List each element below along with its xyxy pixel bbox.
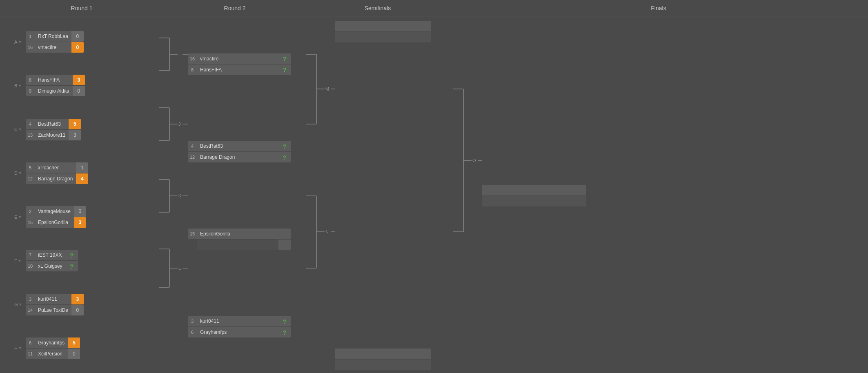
group-O: [482, 184, 868, 207]
group-label-B: B ▼: [14, 83, 26, 88]
player-name: iEST 19XX: [35, 250, 66, 260]
score: 4: [76, 173, 88, 184]
seed: 12: [188, 152, 197, 162]
player-row: 8 HansFIFA 3: [26, 75, 85, 85]
finals-column: [482, 19, 868, 371]
player-name: EpsilonGorilla: [197, 229, 278, 239]
player-name: EpsilonGorilla: [35, 217, 74, 228]
score: ?: [66, 250, 78, 260]
player-name: HansFIFA: [197, 64, 278, 75]
svg-text:J: J: [178, 122, 181, 127]
group-N: [335, 348, 453, 371]
connector-r2-semi: M N: [306, 19, 335, 371]
group-M: [335, 20, 453, 43]
seed: 10: [26, 261, 35, 271]
group-L: 3 kurt0411 ? 6 Grayhamfps ?: [188, 315, 306, 338]
player-row: [482, 185, 586, 195]
group-J-matches: 4 BestRat63 ? 12 Barrage Dragon ?: [188, 140, 291, 163]
player-name: [341, 21, 431, 31]
group-A: A ▼ 1 RxT RobbLaa 0 16 vmactire 0: [14, 31, 159, 53]
score: [278, 229, 291, 239]
connector-svg-2: M N: [306, 19, 335, 370]
player-row: 12 Barrage Dragon 4: [26, 173, 88, 184]
seed: 6: [26, 337, 35, 348]
seed: 16: [26, 42, 35, 53]
player-name: VantageMouse: [35, 206, 74, 217]
group-label-A: A ▼: [14, 40, 26, 44]
score: 0: [71, 42, 84, 53]
player-name: kurt0411: [197, 316, 278, 326]
header-row: Round 1 Round 2 Semifinals Finals: [0, 0, 868, 16]
group-J: 4 BestRat63 ? 12 Barrage Dragon ?: [188, 140, 306, 163]
player-name: RxT RobbLaa: [35, 31, 71, 42]
group-K-matches: 15 EpsilonGorilla: [188, 228, 291, 251]
player-name: [341, 32, 431, 42]
group-label-F: F ▼: [14, 258, 26, 263]
header-semis: Semifinals: [306, 5, 449, 11]
seed: 9: [26, 86, 35, 96]
player-row: 16 vmactire 0: [26, 42, 84, 53]
group-E: E ▼ 2 VantageMouse 0 15 EpsilonGorilla 3: [14, 206, 159, 228]
player-row: 4 BestRat63 5: [26, 119, 81, 129]
score: 1: [76, 162, 88, 173]
score: 0: [71, 31, 84, 42]
group-D: D ▼ 5 xPoacher 1 12 Barrage Dragon 4: [14, 162, 159, 184]
group-H: H ▼ 6 Grayhamfps 5 11 XcilPersion 0: [14, 337, 159, 360]
player-name: XcilPersion: [35, 349, 68, 359]
score: 3: [69, 130, 81, 140]
player-row: 11 XcilPersion 0: [26, 349, 80, 359]
score: 3: [73, 75, 85, 85]
player-row: 3 kurt0411 3: [26, 294, 84, 304]
svg-text:I: I: [178, 52, 180, 57]
seed: 5: [26, 162, 35, 173]
score: 0: [73, 86, 85, 96]
group-L-matches: 3 kurt0411 ? 6 Grayhamfps ?: [188, 315, 291, 338]
header-round1: Round 1: [0, 5, 163, 11]
group-F-matches: 7 iEST 19XX ? 10 xL Guigsey ?: [26, 249, 78, 272]
header-round2: Round 2: [163, 5, 306, 11]
seed: 13: [26, 130, 35, 140]
player-name: Grayhamfps: [35, 337, 68, 348]
player-name: kurt0411: [35, 294, 71, 304]
round1-column: A ▼ 1 RxT RobbLaa 0 16 vmactire 0: [0, 19, 159, 371]
group-label-H: H ▼: [14, 346, 26, 351]
group-C: C ▼ 4 BestRat63 5 13 ZacMoore11 3: [14, 118, 159, 141]
score: 0: [74, 206, 86, 217]
player-name: [341, 360, 431, 370]
svg-text:N: N: [325, 229, 329, 234]
seed: 11: [26, 349, 35, 359]
score: 0: [71, 305, 84, 315]
player-name: BestRat63: [197, 141, 278, 151]
player-name: PuLse ToxiDe: [35, 305, 71, 315]
player-row: [335, 32, 431, 42]
player-row: [482, 196, 586, 206]
player-row: 6 Grayhamfps 5: [26, 337, 80, 348]
seed: 15: [188, 229, 197, 239]
connector-semi-finals: O: [453, 19, 482, 371]
score: ?: [278, 141, 291, 151]
player-row: 16 vmactire ?: [188, 53, 291, 64]
player-name: Barrage Dragon: [197, 152, 278, 162]
seed: [188, 240, 197, 250]
bracket-container: Round 1 Round 2 Semifinals Finals A ▼ 1 …: [0, 0, 868, 373]
group-B-matches: 8 HansFIFA 3 9 Dimegio Aldita 0: [26, 74, 85, 97]
score: ?: [278, 327, 291, 337]
player-name: Dimegio Aldita: [35, 86, 73, 96]
seed: [335, 21, 341, 31]
group-I: 16 vmactire ? 8 HansFIFA ?: [188, 53, 306, 75]
seed: [335, 32, 341, 42]
connector-svg-1: I J K L: [159, 19, 188, 370]
player-row: 14 PuLse ToxiDe 0: [26, 305, 84, 315]
header-finals: Finals: [449, 5, 868, 11]
group-label-D: D ▼: [14, 171, 26, 175]
semis-spacer: [335, 43, 453, 348]
player-name: ZacMoore11: [35, 130, 69, 140]
seed: 14: [26, 305, 35, 315]
seed: 7: [26, 250, 35, 260]
seed: [482, 185, 488, 195]
group-C-matches: 4 BestRat63 5 13 ZacMoore11 3: [26, 118, 81, 141]
score: ?: [66, 261, 78, 271]
player-name: [197, 240, 278, 250]
seed: 12: [26, 173, 35, 184]
player-row: [335, 349, 431, 359]
